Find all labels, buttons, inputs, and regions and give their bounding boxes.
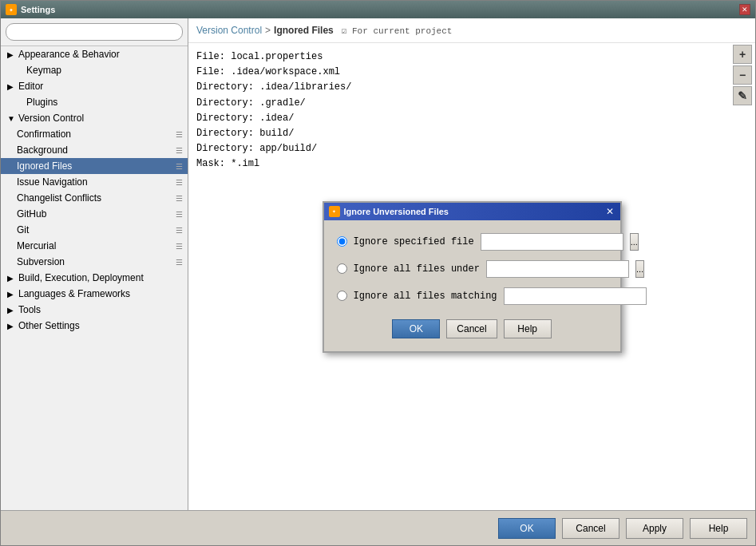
radio-2-label: Ignore all files under [354,263,480,275]
radio-row-1: Ignore specified file ... [337,233,608,251]
sidebar-item-mercurial[interactable]: Mercurial ☰ [1,238,188,254]
ignore-dialog: ✦ Ignore Unversioned Files ✕ Ignore spec… [323,201,622,353]
sidebar-item-changelist-conflicts[interactable]: Changelist Conflicts ☰ [1,190,188,206]
page-icon: ☰ [176,178,183,187]
window-title: Settings [21,5,55,14]
sidebar-item-ignored-files[interactable]: Ignored Files ☰ [1,158,188,174]
sidebar-item-label: Plugins [26,97,57,108]
radio-specified-file[interactable] [337,236,347,247]
breadcrumb-note: ☑ For current project [342,26,453,36]
breadcrumb: Version Control > Ignored Files ☑ For cu… [188,18,755,43]
sidebar-item-label: Keymap [26,65,61,76]
modal-overlay: ✦ Ignore Unversioned Files ✕ Ignore spec… [188,43,755,510]
sidebar-item-label: Appearance & Behavior [18,49,120,60]
sidebar: ▶ Appearance & Behavior Keymap ▶ Editor … [1,18,188,510]
search-input[interactable] [6,23,183,41]
radio-row-3: Ignore all files matching [337,287,608,305]
window-close-button[interactable]: ✕ [739,4,750,15]
arrow-icon: ▶ [7,274,15,283]
sidebar-item-git[interactable]: Git ☰ [1,222,188,238]
dialog-ok-button[interactable]: OK [392,319,440,338]
dialog-app-icon: ✦ [329,206,340,217]
sidebar-item-label: Confirmation [17,129,71,140]
sidebar-item-label: GitHub [17,208,46,220]
radio-1-label: Ignore specified file [354,236,474,247]
dialog-title-text: Ignore Unversioned Files [344,207,449,216]
sidebar-item-label: Mercurial [17,240,56,251]
dialog-cancel-button[interactable]: Cancel [446,319,497,338]
app-icon: ✦ [6,4,17,15]
radio-row-2: Ignore all files under ... [337,260,608,278]
page-icon: ☰ [176,258,183,267]
sidebar-item-label: Languages & Frameworks [18,288,130,299]
radio-1-input[interactable] [481,233,623,251]
dialog-title-left: ✦ Ignore Unversioned Files [329,206,449,217]
sidebar-item-appearance[interactable]: ▶ Appearance & Behavior [1,46,188,62]
arrow-icon: ▼ [7,114,15,123]
page-icon: ☰ [176,162,183,171]
sidebar-item-version-control[interactable]: ▼ Version Control [1,110,188,126]
sidebar-item-subversion[interactable]: Subversion ☰ [1,254,188,270]
dialog-help-button[interactable]: Help [504,319,552,338]
dialog-close-button[interactable]: ✕ [604,206,615,217]
ok-button[interactable]: OK [498,518,556,539]
sidebar-item-label: Git [17,224,29,235]
radio-files-matching[interactable] [337,291,347,301]
sidebar-item-github[interactable]: GitHub ☰ [1,206,188,222]
radio-1-browse-button[interactable]: ... [630,233,639,251]
title-bar-left: ✦ Settings [6,4,55,15]
radio-files-under[interactable] [337,263,347,274]
breadcrumb-current: Ignored Files [274,25,334,36]
breadcrumb-parent[interactable]: Version Control [196,25,262,36]
page-icon: ☰ [176,242,183,251]
apply-button[interactable]: Apply [626,518,683,539]
sidebar-item-confirmation[interactable]: Confirmation ☰ [1,126,188,142]
sidebar-item-label: Changelist Conflicts [17,192,101,204]
sidebar-item-label: Issue Navigation [17,176,88,188]
radio-2-browse-button[interactable]: ... [635,260,644,278]
file-list-panel: File: local.properties File: .idea/works… [188,43,755,510]
sidebar-item-keymap[interactable]: Keymap [1,62,188,78]
dialog-content: Ignore specified file ... Ignore all fil… [324,220,620,351]
bottom-bar: OK Cancel Apply Help [1,510,755,545]
title-bar: ✦ Settings ✕ [1,1,755,18]
arrow-icon: ▶ [7,322,15,330]
sidebar-item-label: Tools [18,304,41,315]
arrow-icon: ▶ [7,290,15,299]
sidebar-item-label: Editor [18,81,43,92]
search-box [1,18,188,46]
main-panel: Version Control > Ignored Files ☑ For cu… [188,18,755,510]
sidebar-item-background[interactable]: Background ☰ [1,142,188,158]
page-icon: ☰ [176,146,183,155]
sidebar-item-languages[interactable]: ▶ Languages & Frameworks [1,286,188,302]
arrow-icon: ▶ [7,306,15,315]
sidebar-item-tools[interactable]: ▶ Tools [1,302,188,318]
sidebar-item-build[interactable]: ▶ Build, Execution, Deployment [1,270,188,286]
sidebar-item-editor[interactable]: ▶ Editor [1,78,188,94]
page-icon: ☰ [176,210,183,219]
breadcrumb-arrow: > [265,25,271,36]
sidebar-item-label: Background [17,144,68,156]
page-icon: ☰ [176,194,183,203]
cancel-button[interactable]: Cancel [562,518,619,539]
sidebar-item-issue-navigation[interactable]: Issue Navigation ☰ [1,174,188,190]
sidebar-item-label: Ignored Files [17,160,72,172]
content-area: ▶ Appearance & Behavior Keymap ▶ Editor … [1,18,755,510]
arrow-icon: ▶ [7,82,15,91]
sidebar-item-plugins[interactable]: Plugins [1,94,188,110]
sidebar-item-other-settings[interactable]: ▶ Other Settings [1,318,188,334]
radio-3-input[interactable] [504,287,647,305]
sidebar-item-label: Build, Execution, Deployment [18,272,144,283]
sidebar-item-label: Version Control [18,113,84,124]
main-window: ✦ Settings ✕ ▶ Appearance & Behavior Key… [0,0,756,546]
radio-3-label: Ignore all files matching [354,291,497,302]
sidebar-item-label: Subversion [17,256,65,267]
dialog-buttons: OK Cancel Help [337,315,608,342]
dialog-title-bar: ✦ Ignore Unversioned Files ✕ [324,203,620,220]
page-icon: ☰ [176,226,183,235]
arrow-icon: ▶ [7,50,15,59]
sidebar-item-label: Other Settings [18,320,80,331]
radio-2-input[interactable] [486,260,629,278]
page-icon: ☰ [176,130,183,139]
help-button[interactable]: Help [690,518,747,539]
